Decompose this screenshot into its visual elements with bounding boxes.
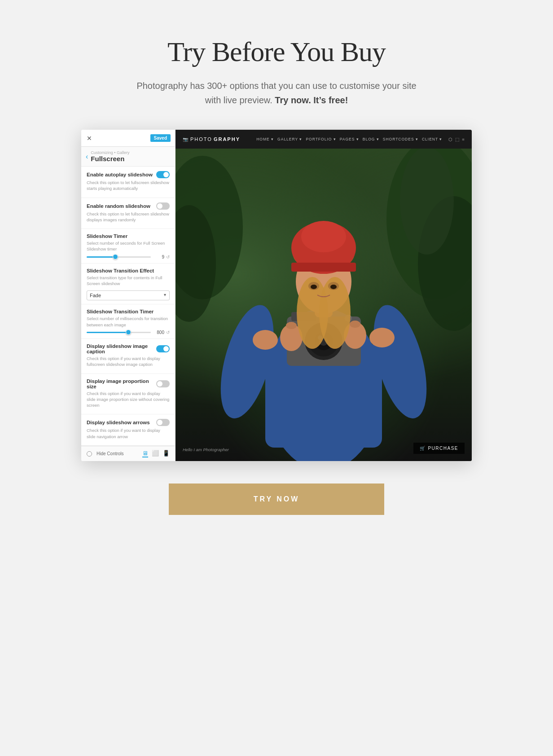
breadcrumb-path: Customizing • Gallery — [91, 150, 129, 155]
tablet-icon[interactable]: ⬜ — [152, 450, 159, 457]
subtitle-cta: Try now. It’s free! — [275, 95, 348, 105]
nav-client[interactable]: CLIENT ▾ — [422, 137, 442, 141]
nav-home[interactable]: HOME ▾ — [256, 137, 274, 141]
transition-effect-select[interactable]: Fade Slide Zoom — [87, 290, 170, 300]
svg-point-35 — [330, 285, 337, 289]
toggle-random[interactable] — [156, 202, 170, 210]
try-now-button[interactable]: TRY NOW — [169, 483, 384, 515]
setting-transition-effect: Slideshow Transition Effect Select trans… — [81, 264, 175, 305]
customizer-panel: ✕ Saved ‹ Customizing • Gallery Fullscre… — [81, 130, 176, 461]
nav-shortcodes[interactable]: SHORTCODES ▾ — [383, 137, 418, 141]
transition-timer-value: 800 — [154, 330, 164, 335]
theme-nav-icons: ⬡ ⬚ ≡ — [448, 137, 465, 142]
expand-icon[interactable]: ⬚ — [455, 137, 459, 142]
nav-gallery[interactable]: GALLERY ▾ — [277, 137, 302, 141]
page-title: Try Before You Buy — [167, 36, 386, 68]
svg-rect-30 — [291, 263, 356, 272]
toggle-proportion[interactable] — [156, 380, 170, 387]
camera-icon: 📷 — [183, 137, 189, 142]
toggle-arrows[interactable] — [156, 419, 170, 426]
purchase-label: PURCHASE — [428, 446, 458, 451]
hero-photo: Hello I am Photographer 🛒 PURCHASE — [176, 149, 472, 461]
share-icon[interactable]: ⬡ — [448, 137, 452, 142]
close-icon[interactable]: ✕ — [86, 135, 93, 142]
customizer-bottom-bar: Hide Controls 🖥 ⬜ 📱 — [81, 446, 175, 461]
preview-area: 📷 PHOTOGRAPHY HOME ▾ GALLERY ▾ PORTFOLIO… — [176, 130, 472, 461]
setting-timer: Slideshow Timer Select number of seconds… — [81, 229, 175, 264]
setting-autoplay: Enable autoplay slideshow Check this opt… — [81, 167, 175, 198]
hello-text: Hello I am Photographer — [183, 447, 229, 452]
back-icon[interactable]: ‹ — [86, 153, 88, 161]
setting-transition-timer: Slideshow Transition Timer Select number… — [81, 304, 175, 339]
customizer-breadcrumb: ‹ Customizing • Gallery Fullscreen — [81, 147, 175, 167]
desktop-icon[interactable]: 🖥 — [142, 450, 148, 457]
svg-point-22 — [286, 322, 297, 329]
toggle-autoplay[interactable] — [156, 171, 170, 178]
svg-point-31 — [301, 221, 346, 252]
mobile-icon[interactable]: 📱 — [162, 450, 170, 457]
nav-portfolio[interactable]: PORTFOLIO ▾ — [306, 137, 336, 141]
timer-refresh-icon[interactable]: ↺ — [166, 255, 170, 259]
setting-proportion: Display image proportion size Check this… — [81, 374, 175, 415]
page-subtitle: Photography has 300+ options that you ca… — [133, 79, 420, 107]
setting-random: Enable random slideshow Check this optio… — [81, 198, 175, 229]
setting-arrows: Display slideshow arrows Check this opti… — [81, 414, 175, 446]
nav-blog[interactable]: BLOG ▾ — [363, 137, 379, 141]
toggle-caption[interactable] — [156, 345, 170, 352]
customizer-body: Enable autoplay slideshow Check this opt… — [81, 167, 175, 446]
device-icons: 🖥 ⬜ 📱 — [142, 450, 170, 457]
timer-slider-track[interactable] — [87, 256, 151, 258]
theme-nav: 📷 PHOTOGRAPHY HOME ▾ GALLERY ▾ PORTFOLIO… — [176, 130, 472, 149]
svg-point-11 — [369, 328, 395, 347]
hide-controls-label[interactable]: Hide Controls — [97, 451, 124, 456]
setting-caption: Display slideshow image caption Check th… — [81, 339, 175, 374]
photographer-illustration — [176, 149, 472, 461]
breadcrumb-section-title: Fullscreen — [91, 155, 129, 163]
purchase-button[interactable]: 🛒 PURCHASE — [413, 443, 465, 454]
menu-icon[interactable]: ≡ — [462, 137, 465, 142]
timer-value: 9 — [154, 255, 164, 259]
svg-point-3 — [400, 149, 454, 255]
theme-logo: 📷 PHOTOGRAPHY — [183, 136, 240, 142]
purchase-cart-icon: 🛒 — [420, 446, 426, 451]
svg-point-10 — [253, 330, 278, 350]
transition-timer-refresh-icon[interactable]: ↺ — [166, 330, 170, 335]
svg-point-34 — [311, 285, 317, 289]
saved-badge: Saved — [150, 134, 171, 142]
customizer-topbar: ✕ Saved — [81, 130, 175, 147]
svg-point-23 — [350, 321, 360, 328]
hide-controls-circle — [87, 451, 92, 457]
theme-nav-links: HOME ▾ GALLERY ▾ PORTFOLIO ▾ PAGES ▾ BLO… — [256, 137, 465, 142]
transition-timer-track[interactable] — [87, 332, 151, 333]
nav-pages[interactable]: PAGES ▾ — [340, 137, 359, 141]
screenshot-preview: ✕ Saved ‹ Customizing • Gallery Fullscre… — [81, 130, 472, 461]
